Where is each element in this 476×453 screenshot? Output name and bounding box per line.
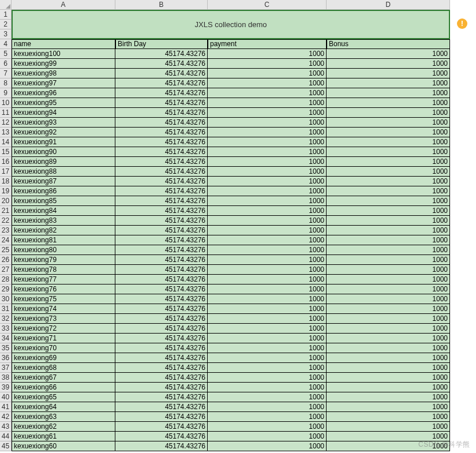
cell-bonus[interactable]: 1000 [327,363,450,373]
cell-name[interactable]: kexuexiong80 [12,245,115,255]
row-header-21[interactable]: 21 [0,206,12,216]
row-header-1[interactable]: 1 [0,10,12,20]
header-bonus[interactable]: Bonus [327,39,450,49]
cell-bonus[interactable]: 1000 [327,59,450,69]
cell-birth[interactable]: 45174.43276 [115,49,208,59]
cell-payment[interactable]: 1000 [208,186,327,196]
row-header-36[interactable]: 36 [0,353,12,363]
cell-payment[interactable]: 1000 [208,69,327,78]
row-header-27[interactable]: 27 [0,265,12,275]
cell-birth[interactable]: 45174.43276 [115,118,208,128]
cell-payment[interactable]: 1000 [208,275,327,284]
cell-bonus[interactable]: 1000 [327,284,450,294]
cell-name[interactable]: kexuexiong62 [12,422,115,432]
cell-bonus[interactable]: 1000 [327,216,450,226]
cell-bonus[interactable]: 1000 [327,49,450,59]
cell-name[interactable]: kexuexiong78 [12,265,115,275]
cell-payment[interactable]: 1000 [208,108,327,118]
cell-name[interactable]: kexuexiong87 [12,177,115,186]
cell-bonus[interactable]: 1000 [327,69,450,78]
cell-name[interactable]: kexuexiong99 [12,59,115,69]
row-header-26[interactable]: 26 [0,255,12,265]
cell-birth[interactable]: 45174.43276 [115,235,208,245]
cell-birth[interactable]: 45174.43276 [115,245,208,255]
cell-bonus[interactable]: 1000 [327,235,450,245]
cell-payment[interactable]: 1000 [208,334,327,343]
select-all-corner[interactable] [0,0,12,10]
cell-payment[interactable]: 1000 [208,88,327,98]
cell-bonus[interactable]: 1000 [327,177,450,186]
cell-payment[interactable]: 1000 [208,98,327,108]
row-header-39[interactable]: 39 [0,383,12,392]
cell-bonus[interactable]: 1000 [327,88,450,98]
cell-bonus[interactable]: 1000 [327,383,450,392]
cell-birth[interactable]: 45174.43276 [115,324,208,334]
cell-bonus[interactable]: 1000 [327,373,450,383]
cell-birth[interactable]: 45174.43276 [115,255,208,265]
cell-name[interactable]: kexuexiong61 [12,432,115,441]
cell-birth[interactable]: 45174.43276 [115,402,208,412]
cell-bonus[interactable]: 1000 [327,304,450,314]
cell-name[interactable]: kexuexiong67 [12,373,115,383]
cell-payment[interactable]: 1000 [208,78,327,88]
cell-name[interactable]: kexuexiong97 [12,78,115,88]
header-birth[interactable]: Birth Day [115,39,208,49]
cell-birth[interactable]: 45174.43276 [115,167,208,177]
cell-payment[interactable]: 1000 [208,167,327,177]
row-header-34[interactable]: 34 [0,334,12,343]
cell-payment[interactable]: 1000 [208,206,327,216]
cell-bonus[interactable]: 1000 [327,196,450,206]
cell-bonus[interactable]: 1000 [327,167,450,177]
cell-birth[interactable]: 45174.43276 [115,147,208,157]
cell-bonus[interactable]: 1000 [327,137,450,147]
cell-bonus[interactable]: 1000 [327,186,450,196]
cell-birth[interactable]: 45174.43276 [115,441,208,451]
row-header-30[interactable]: 30 [0,294,12,304]
cell-name[interactable]: kexuexiong76 [12,284,115,294]
cell-bonus[interactable]: 1000 [327,206,450,216]
cell-payment[interactable]: 1000 [208,392,327,402]
cell-name[interactable]: kexuexiong90 [12,147,115,157]
cell-payment[interactable]: 1000 [208,59,327,69]
row-header-5[interactable]: 5 [0,49,12,59]
header-payment[interactable]: payment [208,39,327,49]
cell-name[interactable]: kexuexiong91 [12,137,115,147]
row-header-4[interactable]: 4 [0,39,12,49]
column-header-A[interactable]: A [12,0,115,10]
row-header-11[interactable]: 11 [0,108,12,118]
cell-name[interactable]: kexuexiong68 [12,363,115,373]
cell-birth[interactable]: 45174.43276 [115,265,208,275]
cell-bonus[interactable]: 1000 [327,108,450,118]
cell-bonus[interactable]: 1000 [327,275,450,284]
cell-name[interactable]: kexuexiong92 [12,128,115,137]
column-header-C[interactable]: C [208,0,327,10]
cell-birth[interactable]: 45174.43276 [115,392,208,402]
cell-payment[interactable]: 1000 [208,353,327,363]
row-header-12[interactable]: 12 [0,118,12,128]
cell-name[interactable]: kexuexiong93 [12,118,115,128]
cell-birth[interactable]: 45174.43276 [115,432,208,441]
cell-bonus[interactable]: 1000 [327,324,450,334]
cell-bonus[interactable]: 1000 [327,78,450,88]
cell-payment[interactable]: 1000 [208,373,327,383]
cell-payment[interactable]: 1000 [208,255,327,265]
cell-bonus[interactable]: 1000 [327,402,450,412]
cell-birth[interactable]: 45174.43276 [115,137,208,147]
cell-birth[interactable]: 45174.43276 [115,353,208,363]
cell-payment[interactable]: 1000 [208,363,327,373]
cell-birth[interactable]: 45174.43276 [115,177,208,186]
cell-payment[interactable]: 1000 [208,402,327,412]
cell-birth[interactable]: 45174.43276 [115,412,208,422]
row-header-10[interactable]: 10 [0,98,12,108]
cell-birth[interactable]: 45174.43276 [115,157,208,167]
row-header-38[interactable]: 38 [0,373,12,383]
row-header-17[interactable]: 17 [0,167,12,177]
cell-payment[interactable]: 1000 [208,304,327,314]
cell-name[interactable]: kexuexiong64 [12,402,115,412]
cell-name[interactable]: kexuexiong65 [12,392,115,402]
cell-bonus[interactable]: 1000 [327,334,450,343]
cell-name[interactable]: kexuexiong89 [12,157,115,167]
cell-birth[interactable]: 45174.43276 [115,343,208,353]
cell-bonus[interactable]: 1000 [327,412,450,422]
cell-bonus[interactable]: 1000 [327,128,450,137]
